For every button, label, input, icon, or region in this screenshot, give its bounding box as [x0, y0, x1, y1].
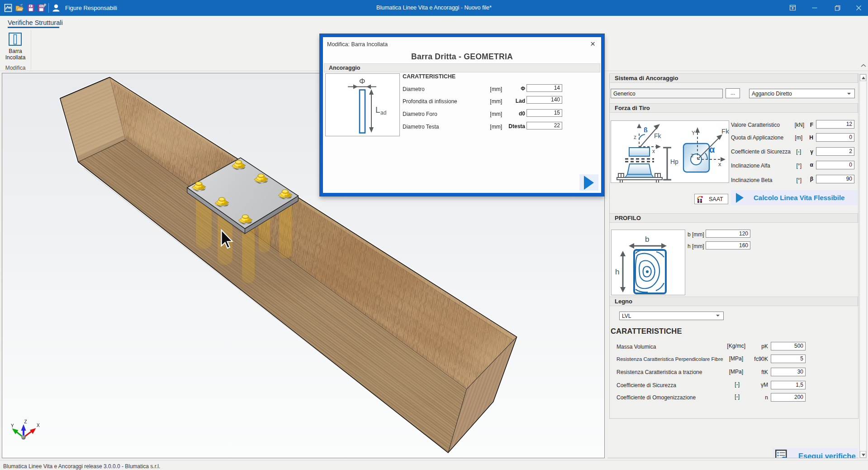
svg-text:ß: ß [644, 126, 648, 134]
svg-text:x: x [652, 148, 655, 154]
svg-text:z: z [691, 152, 694, 158]
svg-text:Φ: Φ [359, 77, 365, 86]
svg-text:Y: Y [692, 130, 695, 136]
svg-text:Y: Y [11, 423, 14, 428]
svg-text:z: z [634, 134, 636, 140]
svg-text:h: h [615, 268, 619, 276]
svg-text:α: α [709, 144, 715, 154]
svg-text:Fk: Fk [654, 132, 662, 139]
svg-text:X: X [37, 423, 40, 428]
svg-text:b: b [645, 235, 649, 244]
svg-text:Fk: Fk [721, 127, 729, 135]
svg-text:Z: Z [24, 419, 27, 424]
svg-text:ad: ad [380, 110, 386, 116]
svg-text:x: x [718, 161, 721, 168]
svg-text:L: L [375, 105, 380, 115]
svg-text:Hp: Hp [670, 158, 678, 165]
